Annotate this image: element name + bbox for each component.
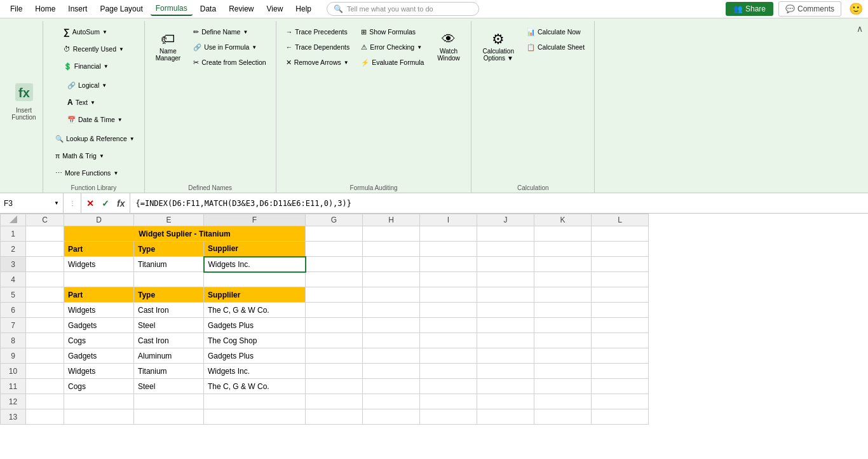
cell-C10[interactable] [26, 364, 64, 379]
cell-L1[interactable] [592, 226, 649, 242]
col-header-g[interactable]: G [306, 214, 363, 226]
row-header-2[interactable]: 2 [1, 242, 26, 257]
cell-F7[interactable]: Gadgets Plus [204, 318, 306, 333]
cell-G9[interactable] [306, 348, 363, 364]
evaluate-formula-button[interactable]: ⚡ Evaluate Formula [356, 55, 428, 69]
cell-D8[interactable]: Cogs [64, 333, 134, 348]
share-button[interactable]: 👥 Share [726, 2, 773, 16]
cell-I4[interactable] [420, 272, 477, 287]
cell-K1[interactable] [534, 226, 592, 242]
row-header-11[interactable]: 11 [1, 379, 26, 394]
insert-function-group[interactable]: fx InsertFunction [5, 21, 43, 193]
cell-J3[interactable] [477, 257, 534, 272]
cell-K13[interactable] [534, 409, 592, 425]
cell-C4[interactable] [26, 272, 64, 287]
cell-E5[interactable]: Type [134, 287, 204, 303]
cell-L11[interactable] [592, 379, 649, 394]
cell-K7[interactable] [534, 318, 592, 333]
cell-F3[interactable]: Widgets Inc. [204, 257, 306, 272]
col-header-k[interactable]: K [534, 214, 592, 226]
col-header-j[interactable]: J [477, 214, 534, 226]
cell-H6[interactable] [363, 303, 420, 318]
cell-G11[interactable] [306, 379, 363, 394]
cell-F6[interactable]: The C, G & W Co. [204, 303, 306, 318]
cell-L6[interactable] [592, 303, 649, 318]
cell-I2[interactable] [420, 242, 477, 257]
cell-J13[interactable] [477, 409, 534, 425]
row-header-8[interactable]: 8 [1, 333, 26, 348]
cell-J5[interactable] [477, 287, 534, 303]
logical-button[interactable]: 🔗 Logical ▼ [63, 78, 111, 92]
cell-K6[interactable] [534, 303, 592, 318]
row-header-3[interactable]: 3 [1, 257, 26, 272]
show-formulas-button[interactable]: ⊞ Show Formulas [356, 25, 428, 39]
cell-H11[interactable] [363, 379, 420, 394]
cell-E3[interactable]: Titanium [134, 257, 204, 272]
cell-L2[interactable] [592, 242, 649, 257]
cell-F12[interactable] [204, 394, 306, 409]
menu-data[interactable]: Data [195, 3, 221, 15]
cell-G6[interactable] [306, 303, 363, 318]
cell-H7[interactable] [363, 318, 420, 333]
cell-I10[interactable] [420, 364, 477, 379]
cell-G12[interactable] [306, 394, 363, 409]
menu-page-layout[interactable]: Page Layout [95, 3, 147, 15]
cell-E13[interactable] [134, 409, 204, 425]
cell-I3[interactable] [420, 257, 477, 272]
cell-D13[interactable] [64, 409, 134, 425]
cell-K11[interactable] [534, 379, 592, 394]
cell-G1[interactable] [306, 226, 363, 242]
cell-I5[interactable] [420, 287, 477, 303]
cell-C7[interactable] [26, 318, 64, 333]
insert-function-bar-button[interactable]: fx [114, 198, 127, 209]
cell-G13[interactable] [306, 409, 363, 425]
define-name-button[interactable]: ✏ Define Name ▼ [189, 25, 271, 39]
cell-H10[interactable] [363, 364, 420, 379]
row-header-9[interactable]: 9 [1, 348, 26, 364]
cell-K8[interactable] [534, 333, 592, 348]
cell-H12[interactable] [363, 394, 420, 409]
cell-C13[interactable] [26, 409, 64, 425]
cell-F9[interactable]: Gadgets Plus [204, 348, 306, 364]
name-box[interactable]: F3 ▼ [0, 193, 64, 213]
remove-arrows-button[interactable]: ✕ Remove Arrows ▼ [281, 55, 355, 69]
cell-H2[interactable] [363, 242, 420, 257]
menu-help[interactable]: Help [290, 3, 316, 15]
cell-I13[interactable] [420, 409, 477, 425]
cell-K5[interactable] [534, 287, 592, 303]
cell-J1[interactable] [477, 226, 534, 242]
cancel-formula-button[interactable]: ✕ [84, 198, 97, 209]
cell-G5[interactable] [306, 287, 363, 303]
cell-C1[interactable] [26, 226, 64, 242]
cell-K4[interactable] [534, 272, 592, 287]
menu-review[interactable]: Review [224, 3, 259, 15]
cell-D6[interactable]: Widgets [64, 303, 134, 318]
cell-K10[interactable] [534, 364, 592, 379]
use-in-formula-button[interactable]: 🔗 Use in Formula ▼ [189, 40, 271, 54]
row-header-12[interactable]: 12 [1, 394, 26, 409]
col-header-f[interactable]: F [204, 214, 306, 226]
menu-formulas[interactable]: Formulas [151, 2, 193, 16]
cell-E12[interactable] [134, 394, 204, 409]
cell-F11[interactable]: The C, G & W Co. [204, 379, 306, 394]
cell-K9[interactable] [534, 348, 592, 364]
calculation-options-button[interactable]: ⚙ CalculationOptions ▼ [477, 24, 519, 69]
cell-L13[interactable] [592, 409, 649, 425]
cell-L12[interactable] [592, 394, 649, 409]
cell-L7[interactable] [592, 318, 649, 333]
cell-H3[interactable] [363, 257, 420, 272]
cell-F13[interactable] [204, 409, 306, 425]
cell-E10[interactable]: Titanium [134, 364, 204, 379]
cell-H8[interactable] [363, 333, 420, 348]
name-manager-button[interactable]: 🏷 NameManager [150, 24, 186, 69]
formula-bar-options[interactable]: ⋮ [69, 200, 76, 207]
watch-window-button[interactable]: 👁 WatchWindow [431, 24, 466, 69]
calculate-now-button[interactable]: 📊 Calculate Now [522, 25, 589, 39]
cell-I12[interactable] [420, 394, 477, 409]
text-button[interactable]: A Text ▼ [63, 95, 100, 109]
col-header-l[interactable]: L [592, 214, 649, 226]
cell-L10[interactable] [592, 364, 649, 379]
trace-dependents-button[interactable]: ← Trace Dependents [281, 40, 355, 54]
cell-D4[interactable] [64, 272, 134, 287]
create-from-selection-button[interactable]: ✂ Create from Selection [189, 55, 271, 69]
